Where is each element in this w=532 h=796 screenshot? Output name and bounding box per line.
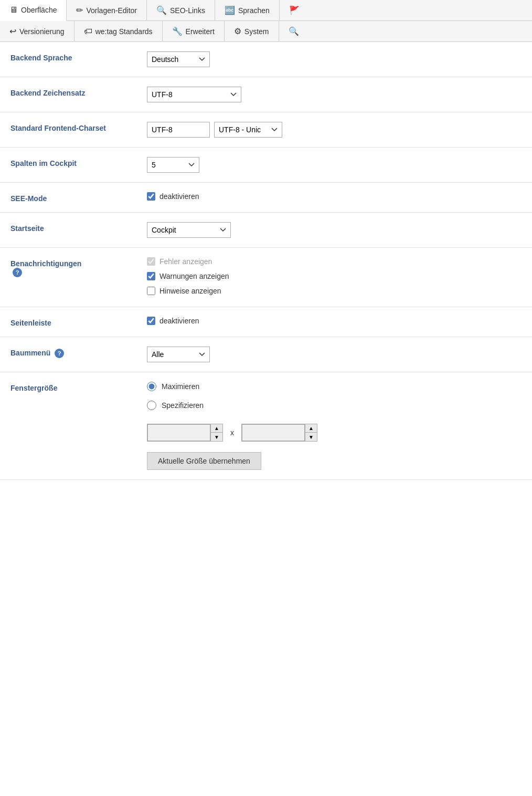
backend-zeichensatz-row: Backend Zeichensatz UTF-8 ISO-8859-1 <box>0 77 532 112</box>
standard-frontend-charset-input[interactable] <box>147 122 210 138</box>
fehler-label: Fehler anzeigen <box>159 257 212 266</box>
see-mode-row: SEE-Mode deaktivieren <box>0 183 532 213</box>
monitor-icon: 🖥 <box>9 5 18 15</box>
startseite-label: Startseite <box>10 222 136 233</box>
baummenu-row: Baummenü ? Alle Keine Standard <box>0 337 532 372</box>
language-icon: 🔤 <box>225 5 235 15</box>
height-input[interactable] <box>242 424 305 441</box>
baummenu-help-icon[interactable]: ? <box>55 349 64 358</box>
spezifizieren-radio[interactable] <box>147 401 156 410</box>
warnungen-checkbox[interactable] <box>147 272 155 280</box>
size-separator: x <box>227 428 237 437</box>
spalten-im-cockpit-label: Spalten im Cockpit <box>10 157 136 167</box>
backend-zeichensatz-label: Backend Zeichensatz <box>10 87 136 97</box>
width-input[interactable] <box>147 424 210 441</box>
tab-system-label: System <box>244 27 269 36</box>
tab-sprachen[interactable]: 🔤 Sprachen <box>215 0 280 20</box>
tab-versionierung-label: Versionierung <box>19 27 65 36</box>
tab-oberflache[interactable]: 🖥 Oberfläche <box>0 0 67 21</box>
startseite-select[interactable]: Cockpit Dashboard Startseite <box>147 222 231 238</box>
seitenleiste-row: Seitenleiste deaktivieren <box>0 307 532 337</box>
fenstergroesse-control: Maximieren Spezifizieren ▲ ▼ x <box>147 382 522 470</box>
edit-icon: ✏ <box>76 5 83 15</box>
seitenleiste-checkbox[interactable] <box>147 317 155 325</box>
wrench-icon: 🔧 <box>172 26 183 36</box>
hinweise-label: Hinweise anzeigen <box>159 287 221 295</box>
search2-icon: 🔍 <box>289 26 299 36</box>
backend-zeichensatz-select[interactable]: UTF-8 ISO-8859-1 <box>147 87 241 102</box>
tab-wetag-standards-label: we:tag Standards <box>95 27 153 36</box>
height-up-button[interactable]: ▲ <box>305 424 317 433</box>
benachrichtigungen-help-icon[interactable]: ? <box>13 268 22 277</box>
warnungen-label: Warnungen anzeigen <box>159 272 229 280</box>
fenstergroesse-row: Fenstergröße Maximieren Spezifizieren ▲ … <box>0 372 532 480</box>
tab-flag[interactable]: 🚩 <box>280 0 309 20</box>
benachrichtigungen-label: Benachrichtigungen ? <box>10 257 136 277</box>
see-mode-checkbox-label: deaktivieren <box>159 192 199 201</box>
see-mode-label: SEE-Mode <box>10 192 136 203</box>
benachrichtigungen-row: Benachrichtigungen ? Fehler anzeigen War… <box>0 248 532 307</box>
standard-frontend-charset-label: Standard Frontend-Charset <box>10 122 136 132</box>
height-spinner: ▲ ▼ <box>241 424 317 442</box>
maximieren-radio[interactable] <box>147 382 156 391</box>
tab-vorlagen-editor[interactable]: ✏ Vorlagen-Editor <box>67 0 147 20</box>
see-mode-checkbox[interactable] <box>147 192 155 201</box>
backend-sprache-label: Backend Sprache <box>10 51 136 62</box>
standard-frontend-charset-control: UTF-8 - Unic ISO-8859-1 <box>147 122 522 138</box>
baummenu-control: Alle Keine Standard <box>147 347 522 362</box>
tab-oberflache-label: Oberfläche <box>21 6 57 14</box>
backend-sprache-control: Deutsch English Français <box>147 51 522 67</box>
width-down-button[interactable]: ▼ <box>211 433 222 441</box>
tab-sprachen-label: Sprachen <box>238 6 270 15</box>
spalten-im-cockpit-control: 1 2 3 4 5 6 7 8 <box>147 157 522 173</box>
gear-icon: ⚙ <box>234 26 241 36</box>
fehler-checkbox[interactable] <box>147 257 155 266</box>
standard-frontend-charset-select[interactable]: UTF-8 - Unic ISO-8859-1 <box>214 122 282 138</box>
form-content: Backend Sprache Deutsch English Français… <box>0 42 532 480</box>
search-icon: 🔍 <box>156 5 167 15</box>
tab-bar-bottom: ↩ Versionierung 🏷 we:tag Standards 🔧 Erw… <box>0 21 532 42</box>
width-spinner: ▲ ▼ <box>147 424 223 442</box>
baummenu-select[interactable]: Alle Keine Standard <box>147 347 210 362</box>
tab-system[interactable]: ⚙ System <box>225 21 279 41</box>
spezifizieren-label: Spezifizieren <box>162 401 204 410</box>
undo-icon: ↩ <box>9 26 16 36</box>
seitenleiste-checkbox-label: deaktivieren <box>159 317 199 325</box>
seitenleiste-control: deaktivieren <box>147 317 522 327</box>
fenstergroesse-label: Fenstergröße <box>10 382 136 392</box>
baummenu-label: Baummenü ? <box>10 347 136 358</box>
tab-vorlagen-editor-label: Vorlagen-Editor <box>86 6 137 15</box>
maximieren-label: Maximieren <box>162 382 199 391</box>
backend-sprache-select[interactable]: Deutsch English Français <box>147 51 210 67</box>
tab-erweitert-label: Erweitert <box>186 27 215 36</box>
tab-seo-links[interactable]: 🔍 SEO-Links <box>147 0 215 20</box>
spalten-im-cockpit-select[interactable]: 1 2 3 4 5 6 7 8 <box>147 157 199 173</box>
seitenleiste-label: Seitenleiste <box>10 317 136 327</box>
tab-bar-top: 🖥 Oberfläche ✏ Vorlagen-Editor 🔍 SEO-Lin… <box>0 0 532 21</box>
standard-frontend-charset-row: Standard Frontend-Charset UTF-8 - Unic I… <box>0 112 532 148</box>
tab-seo-links-label: SEO-Links <box>170 6 205 15</box>
tab-erweitert[interactable]: 🔧 Erweitert <box>163 21 225 41</box>
width-up-button[interactable]: ▲ <box>211 424 222 433</box>
tag-icon: 🏷 <box>84 27 92 36</box>
hinweise-checkbox[interactable] <box>147 287 155 295</box>
startseite-row: Startseite Cockpit Dashboard Startseite <box>0 213 532 248</box>
tab-wetag-standards[interactable]: 🏷 we:tag Standards <box>75 21 163 41</box>
startseite-control: Cockpit Dashboard Startseite <box>147 222 522 238</box>
height-down-button[interactable]: ▼ <box>305 433 317 441</box>
spalten-im-cockpit-row: Spalten im Cockpit 1 2 3 4 5 6 7 8 <box>0 148 532 183</box>
tab-search2[interactable]: 🔍 <box>279 21 308 41</box>
backend-sprache-row: Backend Sprache Deutsch English Français <box>0 42 532 77</box>
see-mode-control: deaktivieren <box>147 192 522 203</box>
aktuelle-groesse-button[interactable]: Aktuelle Größe übernehmen <box>147 452 261 470</box>
flag-icon: 🚩 <box>289 5 300 15</box>
benachrichtigungen-control: Fehler anzeigen Warnungen anzeigen Hinwe… <box>147 257 522 297</box>
backend-zeichensatz-control: UTF-8 ISO-8859-1 <box>147 87 522 102</box>
tab-versionierung[interactable]: ↩ Versionierung <box>0 21 75 41</box>
